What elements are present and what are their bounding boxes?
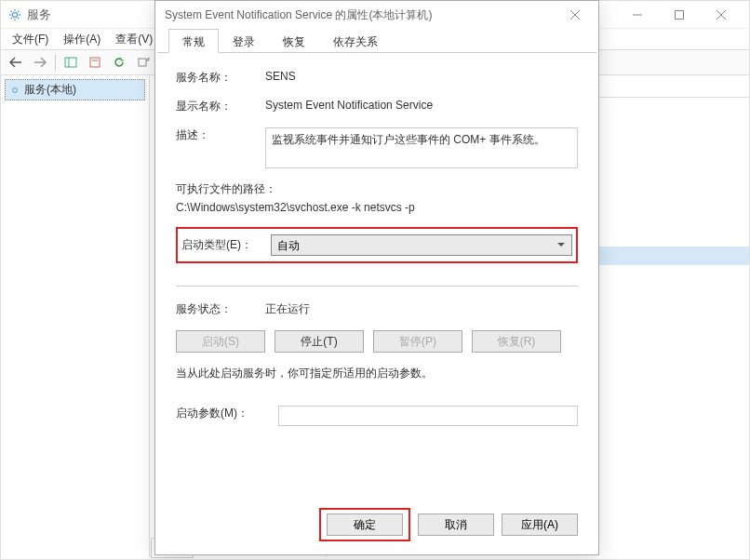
gear-icon (8, 8, 21, 21)
maximize-button[interactable] (658, 1, 700, 29)
start-params-input (278, 406, 578, 426)
refresh-icon[interactable] (108, 52, 130, 73)
tab-dependencies[interactable]: 依存关系 (319, 29, 392, 52)
svg-point-12 (13, 87, 18, 92)
svg-point-0 (12, 12, 17, 17)
pause-button: 暂停(P) (373, 330, 462, 353)
startup-type-combo[interactable]: 自动 (271, 234, 572, 256)
value-exe-path: C:\Windows\system32\svchost.exe -k netsv… (176, 201, 578, 214)
dialog-tabs: 常规 登录 恢复 依存关系 (157, 29, 596, 53)
label-service-status: 服务状态： (176, 301, 265, 317)
label-display-name: 显示名称： (176, 99, 265, 114)
dialog-close-button[interactable] (561, 1, 589, 29)
minimize-button[interactable] (616, 1, 658, 29)
svg-rect-2 (675, 10, 683, 19)
start-button: 启动(S) (176, 330, 265, 353)
divider (176, 286, 578, 287)
tree-pane: 服务(本地) (1, 75, 150, 557)
tab-recovery[interactable]: 恢复 (269, 29, 319, 52)
stop-button[interactable]: 停止(T) (275, 330, 364, 353)
back-button[interactable] (5, 52, 27, 73)
label-service-name: 服务名称： (176, 70, 265, 86)
properties-icon[interactable] (84, 52, 106, 73)
ok-highlight: 确定 (319, 508, 410, 541)
show-hide-icon[interactable] (60, 52, 82, 73)
value-display-name: System Event Notification Service (265, 99, 578, 112)
tab-general[interactable]: 常规 (168, 29, 219, 53)
description-textbox[interactable]: 监视系统事件并通知订户这些事件的 COM+ 事件系统。 (265, 127, 578, 168)
window-controls (616, 1, 742, 29)
dialog-titlebar[interactable]: System Event Notification Service 的属性(本地… (155, 1, 598, 29)
dialog-title: System Event Notification Service 的属性(本地… (165, 7, 561, 23)
value-service-status: 正在运行 (265, 301, 578, 317)
menu-action[interactable]: 操作(A) (58, 30, 106, 49)
gear-icon (9, 85, 20, 96)
forward-button[interactable] (29, 52, 51, 73)
close-button[interactable] (700, 1, 742, 29)
svg-rect-5 (65, 58, 76, 67)
svg-rect-9 (139, 59, 146, 66)
export-icon[interactable] (132, 52, 154, 73)
properties-dialog: System Event Notification Service 的属性(本地… (154, 0, 599, 555)
label-exe-path: 可执行文件的路径： (176, 181, 578, 197)
svg-rect-7 (90, 58, 100, 67)
value-service-name: SENS (265, 70, 578, 83)
cancel-button[interactable]: 取消 (418, 513, 494, 536)
tree-node-services-local[interactable]: 服务(本地) (5, 79, 145, 100)
label-description: 描述： (176, 127, 265, 143)
menu-file[interactable]: 文件(F) (7, 30, 54, 49)
apply-button[interactable]: 应用(A) (502, 513, 578, 536)
start-params-hint: 当从此处启动服务时，你可指定所适用的启动参数。 (176, 366, 578, 381)
label-startup-type: 启动类型(E)： (181, 234, 271, 253)
dialog-button-row: 确定 取消 应用(A) (319, 508, 578, 541)
menu-view[interactable]: 查看(V) (110, 30, 158, 49)
resume-button: 恢复(R) (472, 330, 561, 353)
ok-button[interactable]: 确定 (327, 513, 403, 536)
label-start-params: 启动参数(M)： (176, 406, 278, 421)
tab-logon[interactable]: 登录 (219, 29, 269, 52)
